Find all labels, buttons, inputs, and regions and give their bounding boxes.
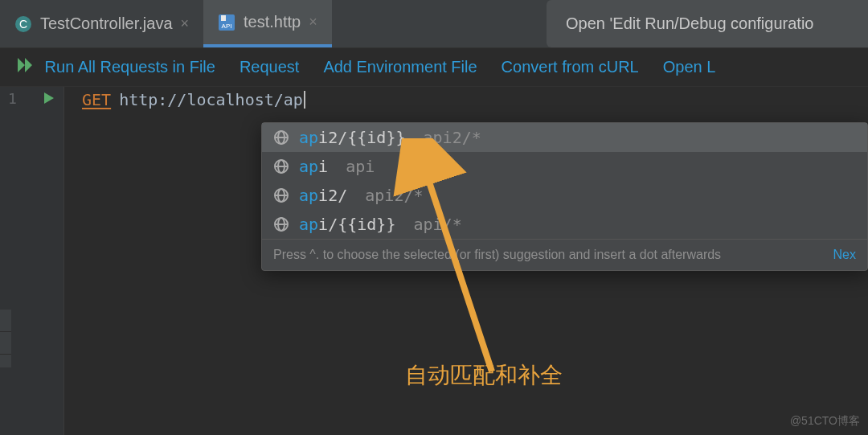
footer-hint: Press ^. to choose the selected (or firs… [273, 248, 721, 262]
http-method: GET [82, 90, 111, 109]
editor-tabbar: C TestController.java × API test.http × … [0, 0, 868, 48]
svg-marker-7 [44, 92, 54, 104]
text-cursor [304, 91, 305, 109]
completion-item[interactable]: api2/ api2/* [262, 181, 867, 210]
url-text: http://localhost/ap [119, 90, 303, 109]
close-icon[interactable]: × [309, 14, 317, 31]
banner-text: Open 'Edit Run/Debug configuratio [566, 14, 813, 33]
completion-item[interactable]: api/{{id}} api/* [262, 210, 867, 239]
globe-icon [273, 129, 289, 146]
tab-testcontroller[interactable]: C TestController.java × [0, 0, 203, 47]
next-tip-link[interactable]: Nex [833, 248, 856, 262]
sidebar-stub [0, 310, 11, 367]
svg-marker-5 [18, 58, 25, 72]
run-all-button[interactable]: Run All Requests in File [18, 58, 215, 76]
run-line-icon[interactable] [44, 90, 55, 107]
tab-label: TestController.java [40, 14, 173, 33]
tab-testhttp[interactable]: API test.http × [203, 0, 332, 47]
java-class-icon: C [14, 15, 32, 33]
completion-item[interactable]: api2/{{id}} api2/* [262, 123, 867, 152]
open-link[interactable]: Open L [663, 58, 716, 76]
gutter-row: 1 [0, 87, 63, 109]
svg-marker-3 [221, 15, 226, 21]
svg-text:C: C [19, 18, 27, 31]
code-line: GET http://localhost/ap [82, 88, 850, 111]
http-toolbar: Run All Requests in File Request Add Env… [0, 48, 868, 87]
notification-banner[interactable]: Open 'Edit Run/Debug configuratio [547, 0, 868, 47]
tab-label: test.http [244, 13, 301, 31]
convert-curl-link[interactable]: Convert from cURL [502, 58, 639, 76]
completion-item[interactable]: api api [262, 152, 867, 181]
close-icon[interactable]: × [181, 15, 190, 32]
add-env-link[interactable]: Add Environment File [323, 58, 477, 76]
globe-icon [273, 187, 289, 203]
completion-popup: api2/{{id}} api2/* api api api2/ api2/* … [261, 122, 868, 271]
line-number: 1 [8, 90, 17, 107]
globe-icon [273, 216, 289, 232]
annotation-label: 自动匹配和补全 [405, 360, 563, 391]
svg-marker-6 [25, 58, 32, 72]
completion-footer: Press ^. to choose the selected (or firs… [262, 239, 867, 270]
request-link[interactable]: Request [240, 58, 300, 76]
svg-text:API: API [222, 23, 232, 30]
double-play-icon [18, 58, 35, 72]
globe-icon [273, 158, 289, 174]
watermark: @51CTO博客 [790, 414, 860, 429]
editor-gutter: 1 [0, 87, 64, 435]
api-file-icon: API [218, 14, 235, 31]
